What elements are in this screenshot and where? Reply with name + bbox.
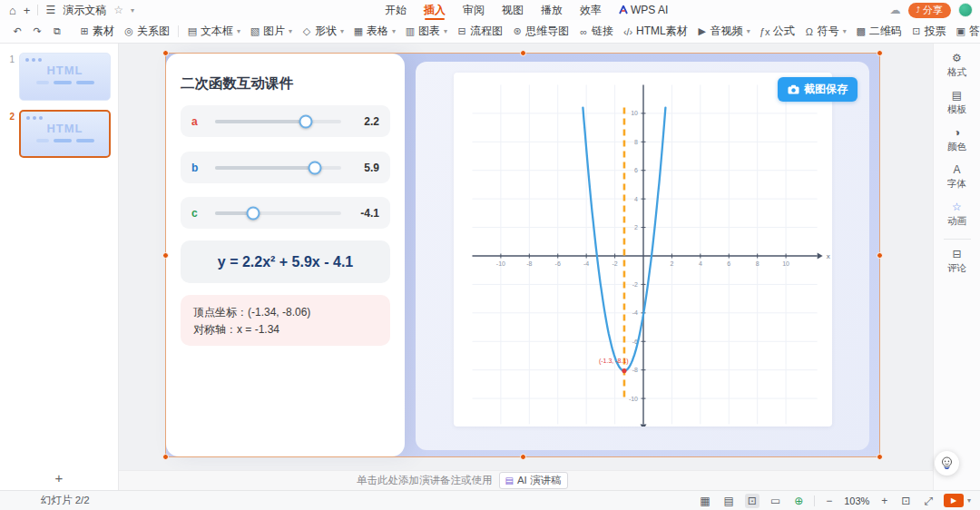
resize-handle[interactable]: [162, 252, 169, 259]
resize-handle[interactable]: [162, 454, 169, 460]
toolbar-qrcode-button[interactable]: ▩二维码: [851, 22, 906, 42]
menu-tab-开始[interactable]: 开始: [385, 0, 407, 20]
screenshot-save-button[interactable]: 截图保存: [778, 77, 858, 102]
slider-label-b: b: [191, 162, 206, 174]
add-slide-button[interactable]: +: [0, 470, 118, 485]
menu-tab-视图[interactable]: 视图: [502, 0, 524, 20]
play-options-caret[interactable]: ▾: [967, 496, 971, 505]
avatar[interactable]: [958, 3, 973, 17]
zoom-out-button[interactable]: −: [823, 494, 835, 508]
resize-handle[interactable]: [877, 252, 883, 259]
toolbar-formula-button[interactable]: ƒx公式: [755, 22, 799, 42]
chevron-down-icon: ▾: [392, 27, 396, 35]
star-icon[interactable]: ☆: [113, 4, 123, 16]
home-icon[interactable]: ⌂: [9, 4, 16, 17]
new-tab-icon[interactable]: +: [24, 4, 31, 17]
toolbar-chart-button[interactable]: ▥图表▾: [400, 22, 452, 42]
sidebar-item-模板[interactable]: ▤模板: [947, 90, 966, 116]
notes-bar[interactable]: 单击此处添加演讲备注或使用 ▤ AI 演讲稿: [119, 470, 933, 490]
resize-handle[interactable]: [877, 50, 883, 56]
normal-view-icon[interactable]: ⊡: [745, 494, 760, 508]
slider-thumb-a[interactable]: [299, 114, 313, 128]
chart-panel: x-10-8-6-4-2246810-10-8-6-4-2246810(-1.3…: [416, 62, 869, 450]
toolbar-html-button[interactable]: ‹/›HTML素材: [618, 22, 692, 42]
notes-placeholder[interactable]: 单击此处添加演讲备注或使用: [357, 474, 493, 487]
zoom-in-button[interactable]: +: [878, 494, 890, 508]
parabola-chart[interactable]: x-10-8-6-4-2246810-10-8-6-4-2246810(-1.3…: [454, 73, 832, 427]
toolbar-assets-button[interactable]: ⊞素材: [74, 22, 119, 42]
menu-tab-效率[interactable]: 效率: [580, 0, 602, 20]
flowchart-icon: ⊟: [456, 25, 467, 37]
menu-tab-wps-ai[interactable]: WPS AI: [619, 0, 668, 20]
resize-handle[interactable]: [162, 50, 169, 56]
slider-track-a[interactable]: [215, 120, 341, 123]
toolbar-vote-button[interactable]: ⊡投票: [906, 22, 951, 42]
play-slideshow-button[interactable]: ▶: [944, 494, 964, 507]
slider-thumb-c[interactable]: [246, 206, 260, 220]
chevron-down-icon[interactable]: ▾: [131, 6, 134, 15]
wps-assistant-button[interactable]: [935, 451, 959, 476]
sidebar-item-格式[interactable]: ⚙格式: [947, 53, 966, 79]
hamburger-menu-icon[interactable]: ☰: [45, 4, 55, 16]
toolbar-table-button[interactable]: ▦表格▾: [348, 22, 400, 42]
undo-button[interactable]: ↶: [7, 22, 27, 42]
grid-view-icon[interactable]: ▦: [697, 494, 712, 508]
toolbar-link-button[interactable]: ∞链接: [573, 22, 618, 42]
resize-handle[interactable]: [877, 454, 883, 460]
slider-track-c[interactable]: [215, 211, 341, 215]
slide-content[interactable]: 二次函数互动课件 a2.2b5.9c-4.1 y = 2.2x² + 5.9x …: [166, 54, 879, 456]
toolbar-quiz-button[interactable]: ▣答题: [951, 22, 980, 42]
reading-view-icon[interactable]: ▭: [768, 494, 783, 508]
web-share-icon[interactable]: ⊕: [791, 494, 806, 508]
svg-text:-2: -2: [632, 281, 638, 288]
ai-speech-button[interactable]: ▤ AI 演讲稿: [499, 472, 568, 489]
format-painter-button[interactable]: ⧉: [47, 22, 67, 42]
menu-tab-审阅[interactable]: 审阅: [463, 0, 485, 20]
chevron-down-icon: ▾: [289, 27, 292, 35]
menu-tab-插入[interactable]: 插入: [424, 0, 446, 20]
font-icon: A: [953, 164, 960, 176]
svg-text:-6: -6: [555, 260, 561, 267]
editing-canvas[interactable]: 二次函数互动课件 a2.2b5.9c-4.1 y = 2.2x² + 5.9x …: [119, 44, 933, 470]
redo-button[interactable]: ↷: [27, 22, 47, 42]
sidebar-item-颜色[interactable]: ◑颜色: [947, 127, 966, 153]
sidebar-item-动画[interactable]: ☆动画: [947, 201, 966, 228]
document-title[interactable]: 演示文稿: [63, 3, 106, 18]
chart-card: x-10-8-6-4-2246810-10-8-6-4-2246810(-1.3…: [454, 73, 832, 427]
robot-assistant-icon: [939, 456, 955, 471]
zoom-level[interactable]: 103%: [843, 495, 870, 506]
toolbar-shape-button[interactable]: ◇形状▾: [297, 22, 348, 42]
sidebar-item-字体[interactable]: A字体: [947, 164, 966, 191]
html-icon: ‹/›: [622, 26, 633, 37]
sidebar-item-评论[interactable]: ⊟评论: [947, 249, 966, 275]
slide-thumbnail-preview[interactable]: HTML: [19, 53, 111, 101]
fullscreen-icon[interactable]: ⤢: [921, 494, 936, 508]
toolbar-textbox-button[interactable]: ▤文本框▾: [182, 22, 245, 42]
slide-thumbnail-1[interactable]: 1HTML: [0, 44, 118, 101]
slide-thumbnail-preview[interactable]: HTML: [19, 110, 111, 158]
ai-doc-icon: ▤: [505, 476, 514, 485]
toolbar-image-button[interactable]: ▧图片▾: [245, 22, 297, 42]
share-button[interactable]: ⤴ 分享: [908, 3, 952, 18]
slide-title: 二次函数互动课件: [181, 74, 390, 93]
resize-handle[interactable]: [520, 454, 526, 460]
toolbar-media-button[interactable]: ▶音视频▾: [692, 22, 755, 42]
toolbar-flowchart-button[interactable]: ⊟流程图: [452, 22, 507, 42]
chevron-down-icon: ▾: [237, 27, 240, 35]
media-icon: ▶: [697, 25, 708, 37]
vertex-info-box: 顶点坐标：(-1.34, -8.06) 对称轴：x = -1.34: [181, 295, 390, 346]
slide-thumbnail-2[interactable]: 2HTML: [0, 101, 118, 158]
slider-track-b[interactable]: [215, 166, 341, 170]
chart-icon: ▥: [405, 25, 416, 37]
toolbar-mindmap-button[interactable]: ⊛思维导图: [507, 22, 573, 42]
slide-sorter-icon[interactable]: ▤: [720, 494, 736, 508]
resize-handle[interactable]: [520, 50, 526, 56]
toolbar-symbol-button[interactable]: Ω符号▾: [799, 22, 851, 42]
table-icon: ▦: [353, 25, 364, 37]
slider-thumb-b[interactable]: [308, 161, 321, 174]
fit-window-icon[interactable]: ⊡: [898, 494, 913, 508]
menu-tab-播放[interactable]: 播放: [541, 0, 563, 20]
toolbar-relation-diagram-button[interactable]: ◎关系图: [119, 22, 174, 42]
svg-text:-8: -8: [632, 367, 638, 373]
cloud-sync-icon[interactable]: ☁: [890, 4, 901, 16]
